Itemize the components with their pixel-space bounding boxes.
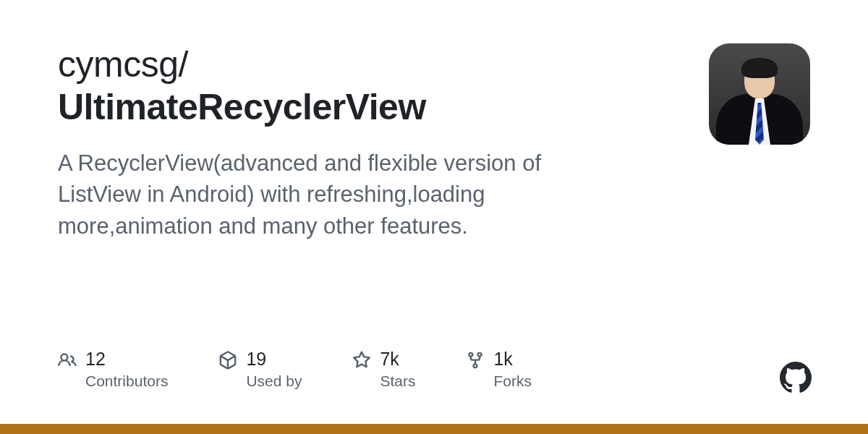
repo-title: cymcsg/ UltimateRecyclerView [58,43,680,129]
stat-used-by[interactable]: 19 Used by [218,348,302,391]
repo-separator: / [178,44,187,85]
stat-value: 12 [85,348,168,370]
stat-value: 7k [380,348,415,370]
github-logo-icon[interactable] [780,362,812,393]
language-bar [0,424,868,434]
stat-label: Used by [246,371,302,391]
language-segment [0,424,868,434]
stat-contributors[interactable]: 12 Contributors [58,348,168,391]
stat-stars[interactable]: 7k Stars [352,348,415,391]
stat-label: Forks [493,371,532,391]
people-icon [58,351,77,370]
repo-stats: 12 Contributors 19 Used by 7k Stars 1k F… [58,348,532,391]
stat-label: Stars [380,371,415,391]
stat-value: 1k [493,348,532,370]
repo-owner[interactable]: cymcsg [58,44,178,85]
avatar[interactable] [709,43,810,145]
fork-icon [466,351,485,370]
repo-name[interactable]: UltimateRecyclerView [58,87,426,127]
package-icon [218,351,237,370]
stat-forks[interactable]: 1k Forks [466,348,532,391]
repo-description: A RecyclerView(advanced and flexible ver… [58,148,622,242]
stat-value: 19 [246,348,302,370]
star-icon [352,351,371,370]
stat-label: Contributors [85,371,168,391]
